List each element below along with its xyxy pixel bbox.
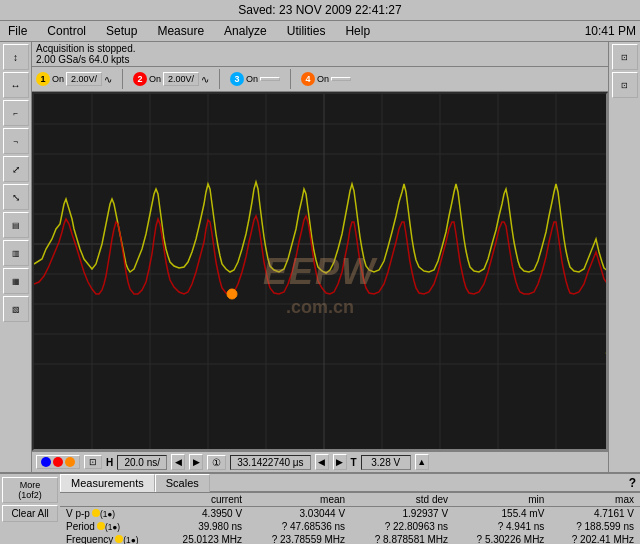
- bottom-left-buttons: More (1of2) Clear All: [0, 474, 60, 544]
- ch4-on: On: [317, 74, 329, 84]
- menu-file[interactable]: File: [4, 23, 31, 39]
- channel-2-ctrl: 2 On 2.00V/ ∿: [133, 72, 209, 86]
- bottom-panel: More (1of2) Clear All Measurements Scale…: [0, 472, 640, 544]
- tab-measurements[interactable]: Measurements: [60, 474, 155, 492]
- cell-mean: 3.03044 V: [248, 507, 351, 521]
- dot-blue: [41, 457, 51, 467]
- svg-text:↓: ↓: [604, 344, 606, 356]
- dot-orange: [65, 457, 75, 467]
- col-current: current: [162, 493, 248, 507]
- more-button[interactable]: More (1of2): [2, 477, 58, 503]
- svg-point-20: [227, 289, 237, 299]
- cell-max: ? 202.41 MHz: [550, 533, 640, 544]
- status-line1: Acquisition is stopped.: [36, 43, 604, 54]
- ch-divider-2: [219, 69, 220, 89]
- instrument-area: ↕ ↔ ⌐ ¬ ⤢ ⤡ ▤ ▥ ▦ ▧ Acquisition is stopp…: [0, 42, 640, 472]
- t-label: T: [351, 457, 357, 468]
- run-stop-btn[interactable]: [36, 455, 80, 469]
- ch2-volt-btn[interactable]: 2.00V/: [163, 72, 199, 86]
- right-btn-1[interactable]: ⊡: [612, 44, 638, 70]
- trigger-num-btn[interactable]: ①: [207, 455, 226, 470]
- sidebar-btn-3[interactable]: ⌐: [3, 100, 29, 126]
- trig-left-btn[interactable]: ◀: [315, 454, 329, 470]
- row-label: Frequency(1●): [60, 533, 162, 544]
- title-bar: Saved: 23 NOV 2009 22:41:27: [0, 0, 640, 20]
- ch4-number: 4: [301, 72, 315, 86]
- ch1-volt-btn[interactable]: 2.00V/: [66, 72, 102, 86]
- measurements-area: Measurements Scales ? current mean std d…: [60, 474, 640, 544]
- dot-red: [53, 457, 63, 467]
- time-div-display: 20.0 ns/: [117, 455, 167, 470]
- scope-screen: ← T ↓ EEPW .com.cn: [32, 92, 608, 451]
- time-right-btn[interactable]: ▶: [189, 454, 203, 470]
- clear-all-button[interactable]: Clear All: [2, 505, 58, 522]
- ch1-wave: ∿: [104, 74, 112, 85]
- menu-control[interactable]: Control: [43, 23, 90, 39]
- ch-indicator: [97, 522, 105, 530]
- row-label: V p-p(1●): [60, 507, 162, 521]
- right-btn-2[interactable]: ⊡: [612, 72, 638, 98]
- cell-stddev: ? 22.80963 ns: [351, 520, 454, 533]
- col-stddev: std dev: [351, 493, 454, 507]
- clock: 10:41 PM: [585, 24, 636, 38]
- trig-volt-up[interactable]: ▲: [415, 454, 429, 470]
- ch-divider-3: [290, 69, 291, 89]
- sidebar-btn-6[interactable]: ⤡: [3, 184, 29, 210]
- measurements-table: current mean std dev min max V p-p(1●) 4…: [60, 493, 640, 544]
- trigger-pos-display: 33.1422740 μs: [230, 455, 310, 470]
- time-left-btn[interactable]: ◀: [171, 454, 185, 470]
- menu-help[interactable]: Help: [341, 23, 374, 39]
- sidebar-btn-9[interactable]: ▦: [3, 268, 29, 294]
- menu-analyze[interactable]: Analyze: [220, 23, 271, 39]
- col-label: [60, 493, 162, 507]
- title-text: Saved: 23 NOV 2009 22:41:27: [238, 3, 401, 17]
- sidebar-btn-1[interactable]: ↕: [3, 44, 29, 70]
- ch-indicator: [92, 509, 100, 517]
- status-line2: 2.00 GSa/s 64.0 kpts: [36, 54, 604, 65]
- sidebar-btn-10[interactable]: ▧: [3, 296, 29, 322]
- info-icon: ?: [629, 476, 636, 490]
- table-row: Frequency(1●) 25.0123 MHz ? 23.78559 MHz…: [60, 533, 640, 544]
- trig-right-btn[interactable]: ▶: [333, 454, 347, 470]
- svg-text:← T: ← T: [604, 254, 606, 266]
- cell-current: 25.0123 MHz: [162, 533, 248, 544]
- menu-measure[interactable]: Measure: [153, 23, 208, 39]
- menu-bar: File Control Setup Measure Analyze Utili…: [0, 20, 640, 42]
- ch3-number: 3: [230, 72, 244, 86]
- cell-max: 4.7161 V: [550, 507, 640, 521]
- bottom-ctrl: ⊡ H 20.0 ns/ ◀ ▶ ① 33.1422740 μs ◀ ▶ T 3…: [32, 451, 608, 472]
- tab-scales[interactable]: Scales: [155, 474, 210, 492]
- sidebar-btn-2[interactable]: ↔: [3, 72, 29, 98]
- cell-mean: ? 23.78559 MHz: [248, 533, 351, 544]
- sidebar-btn-7[interactable]: ▤: [3, 212, 29, 238]
- trig-volt-display: 3.28 V: [361, 455, 411, 470]
- icon-btn-1[interactable]: ⊡: [84, 455, 102, 469]
- right-sidebar: ⊡ ⊡: [608, 42, 640, 472]
- sidebar-btn-5[interactable]: ⤢: [3, 156, 29, 182]
- cell-stddev: ? 8.878581 MHz: [351, 533, 454, 544]
- ch2-number: 2: [133, 72, 147, 86]
- channel-3-ctrl: 3 On: [230, 72, 280, 86]
- ch-divider-1: [122, 69, 123, 89]
- col-mean: mean: [248, 493, 351, 507]
- table-row: Period(1●) 39.980 ns ? 47.68536 ns ? 22.…: [60, 520, 640, 533]
- table-row: V p-p(1●) 4.3950 V 3.03044 V 1.92937 V 1…: [60, 507, 640, 521]
- ch1-number: 1: [36, 72, 50, 86]
- channel-bar: 1 On 2.00V/ ∿ 2 On 2.00V/ ∿ 3 On: [32, 67, 608, 92]
- channel-1-ctrl: 1 On 2.00V/ ∿: [36, 72, 112, 86]
- bottom-row: More (1of2) Clear All Measurements Scale…: [0, 474, 640, 544]
- ch4-volt-btn[interactable]: [331, 77, 351, 81]
- h-label: H: [106, 457, 113, 468]
- center-area: Acquisition is stopped. 2.00 GSa/s 64.0 …: [32, 42, 608, 472]
- sidebar-btn-4[interactable]: ¬: [3, 128, 29, 154]
- sidebar-btn-8[interactable]: ▥: [3, 240, 29, 266]
- row-label: Period(1●): [60, 520, 162, 533]
- cell-current: 39.980 ns: [162, 520, 248, 533]
- menu-utilities[interactable]: Utilities: [283, 23, 330, 39]
- menu-setup[interactable]: Setup: [102, 23, 141, 39]
- col-max: max: [550, 493, 640, 507]
- cell-min: ? 5.30226 MHz: [454, 533, 550, 544]
- ch3-volt-btn[interactable]: [260, 77, 280, 81]
- measurement-tabs: Measurements Scales ?: [60, 474, 640, 493]
- cell-min: ? 4.941 ns: [454, 520, 550, 533]
